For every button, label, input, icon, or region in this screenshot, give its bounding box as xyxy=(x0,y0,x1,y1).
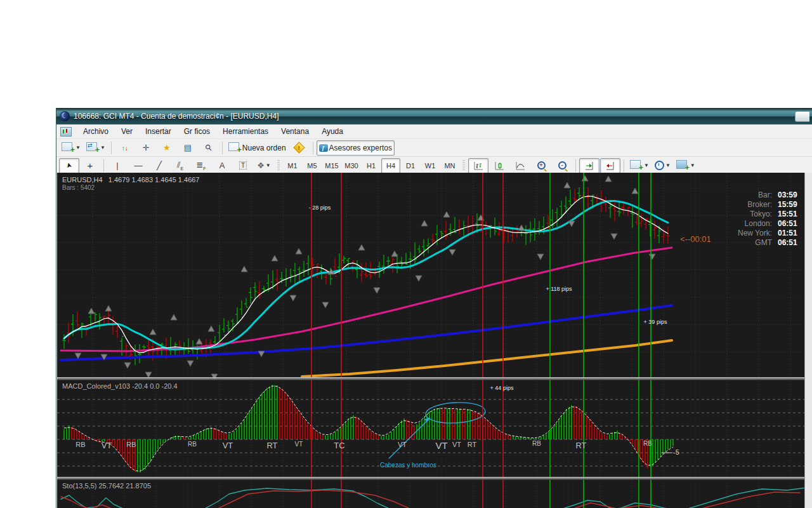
clock-row: GMT06:51 xyxy=(738,238,803,248)
ma-orange xyxy=(302,340,672,377)
clock-value: 06:51 xyxy=(778,219,803,228)
menu-item-gr-ficos[interactable]: Gr ficos xyxy=(178,126,216,137)
templates-button[interactable]: ▼ xyxy=(674,158,698,173)
zoom-in-button[interactable]: + xyxy=(531,158,551,173)
menu-item-ayuda[interactable]: Ayuda xyxy=(315,126,350,137)
chart-canvas[interactable] xyxy=(57,173,812,508)
up-arrow-marker xyxy=(88,308,95,314)
timeframe-button-m15[interactable]: M15 xyxy=(322,158,341,173)
up-arrow-marker xyxy=(171,314,177,320)
fibonacci-tool-button[interactable]: ≣F xyxy=(191,158,211,173)
periods-button[interactable]: ▼ xyxy=(652,158,673,173)
timeframe-button-w1[interactable]: W1 xyxy=(421,158,440,173)
expert-advisors-label: Asesores expertos xyxy=(329,144,392,152)
text-tool-button[interactable]: A xyxy=(212,158,232,173)
expert-advisors-button[interactable]: ƒAsesores expertos xyxy=(317,140,395,156)
timeframe-button-h4[interactable]: H4 xyxy=(381,158,400,173)
down-arrow-marker xyxy=(258,351,265,357)
app-logo-icon: ☾ xyxy=(60,111,70,121)
charts-toolbar: ➤ + | — ╱ ⫽E ≣F A T ❖▼ M1M5M15M30H1H4D1W… xyxy=(56,157,812,175)
up-arrow-marker xyxy=(605,176,612,182)
panel-separator[interactable] xyxy=(57,478,805,479)
timeframe-button-m1[interactable]: M1 xyxy=(283,158,302,173)
macd-signal-label-tc: TC xyxy=(334,441,344,450)
toolbar-separator xyxy=(222,142,223,154)
up-arrow-marker xyxy=(632,188,638,194)
panel-separator[interactable] xyxy=(57,477,805,478)
up-arrow-marker xyxy=(150,329,156,335)
vertical-line-tool-button[interactable]: | xyxy=(107,158,128,173)
menu-item-insertar[interactable]: Insertar xyxy=(139,126,178,137)
crosshair-circle-icon: ✛ xyxy=(142,144,149,152)
new-order-label: Nueva orden xyxy=(242,144,286,152)
up-arrow-marker xyxy=(241,266,247,272)
cursor-arrow-icon: ➤ xyxy=(65,162,73,170)
pips-label: - 28 pips xyxy=(309,204,331,211)
window-control-button[interactable] xyxy=(795,111,809,122)
menu-item-ventana[interactable]: Ventana xyxy=(275,126,315,137)
horizontal-line-tool-button[interactable]: — xyxy=(128,158,148,173)
panel-separator[interactable] xyxy=(57,479,805,480)
trendline-icon: ╱ xyxy=(157,161,162,170)
new-order-button[interactable]: Nueva orden xyxy=(226,140,289,156)
down-arrow-marker xyxy=(611,234,617,239)
menu-item-herramientas[interactable]: Herramientas xyxy=(216,126,275,137)
clock-value: 15:51 xyxy=(778,210,803,218)
timeframe-button-m5[interactable]: M5 xyxy=(303,158,322,173)
channel-icon: ⫽E xyxy=(177,161,183,171)
arrows-tool-button[interactable]: ❖▼ xyxy=(254,158,274,173)
text-label-tool-button[interactable]: T xyxy=(233,158,253,173)
up-arrow-marker xyxy=(358,244,365,250)
menu-item-archivo[interactable]: Archivo xyxy=(77,126,115,137)
channel-tool-button[interactable]: ⫽E xyxy=(170,158,190,173)
alert-button[interactable]: ! xyxy=(289,140,310,156)
zoom-out-button[interactable]: - xyxy=(552,158,572,173)
title-bar[interactable]: ☾ 106668: GCI MT4 - Cuenta de demostraci… xyxy=(56,108,812,124)
bar-countdown-label: <--00:01 xyxy=(680,234,711,244)
macd-signal-label-vt: VT xyxy=(295,441,303,448)
down-arrow-marker xyxy=(145,372,152,378)
new-order-icon xyxy=(228,142,239,151)
navigator-button[interactable]: ★ xyxy=(157,140,177,156)
strategy-tester-button[interactable]: ⚲ xyxy=(199,140,219,156)
panel-separator[interactable] xyxy=(57,378,805,380)
down-arrow-marker xyxy=(416,276,422,281)
toolbar-grip[interactable] xyxy=(277,160,280,171)
bar-chart-button[interactable] xyxy=(468,158,488,173)
terminal-button[interactable]: ▤ xyxy=(178,140,198,156)
chart-area[interactable]: EURUSD,H4 1.4679 1.4683 1.4645 1.4667 Ba… xyxy=(57,173,812,508)
macd-signal-label-vt: VT xyxy=(223,441,233,450)
timeframe-button-d1[interactable]: D1 xyxy=(401,158,420,173)
zoom-in-icon: + xyxy=(537,161,546,170)
macd-signal-label-rt: RT xyxy=(266,441,277,450)
chevron-down-icon: ▼ xyxy=(75,145,81,150)
text-label-icon: T xyxy=(239,161,247,170)
cursor-tool-button[interactable]: ➤ xyxy=(59,158,79,173)
market-watch-button[interactable]: ↑↓ xyxy=(115,140,135,156)
panel-separator[interactable] xyxy=(57,379,805,380)
line-chart-button[interactable] xyxy=(510,158,530,173)
macd-signal-label-rt: RT xyxy=(468,441,476,448)
stochastic-k-line xyxy=(61,488,806,508)
toolbar-grip[interactable] xyxy=(462,160,465,171)
chart-window-icon[interactable] xyxy=(60,127,72,137)
chart-shift-button[interactable] xyxy=(600,158,620,173)
auto-scroll-icon xyxy=(584,161,594,170)
timeframe-button-h1[interactable]: H1 xyxy=(362,158,381,173)
toolbar-separator xyxy=(575,159,576,172)
menu-item-ver[interactable]: Ver xyxy=(115,126,139,137)
data-window-button[interactable]: ✛ xyxy=(136,140,156,156)
timeframe-button-m30[interactable]: M30 xyxy=(342,158,361,173)
trendline-tool-button[interactable]: ╱ xyxy=(149,158,169,173)
profiles-button[interactable]: ▼ xyxy=(84,140,108,156)
panel-separator[interactable] xyxy=(57,377,805,378)
candlestick-chart-button[interactable] xyxy=(489,158,509,173)
chart-shift-icon xyxy=(605,161,615,170)
timeframe-button-mn[interactable]: MN xyxy=(440,158,459,173)
crosshair-tool-button[interactable]: + xyxy=(80,158,100,173)
auto-scroll-button[interactable] xyxy=(579,158,599,173)
indicators-button[interactable]: ▼ xyxy=(627,158,652,173)
macd-signal-label-vt: VT xyxy=(398,441,407,448)
clock-label: Bar: xyxy=(758,190,772,199)
new-chart-button[interactable]: ▼ xyxy=(59,140,83,156)
